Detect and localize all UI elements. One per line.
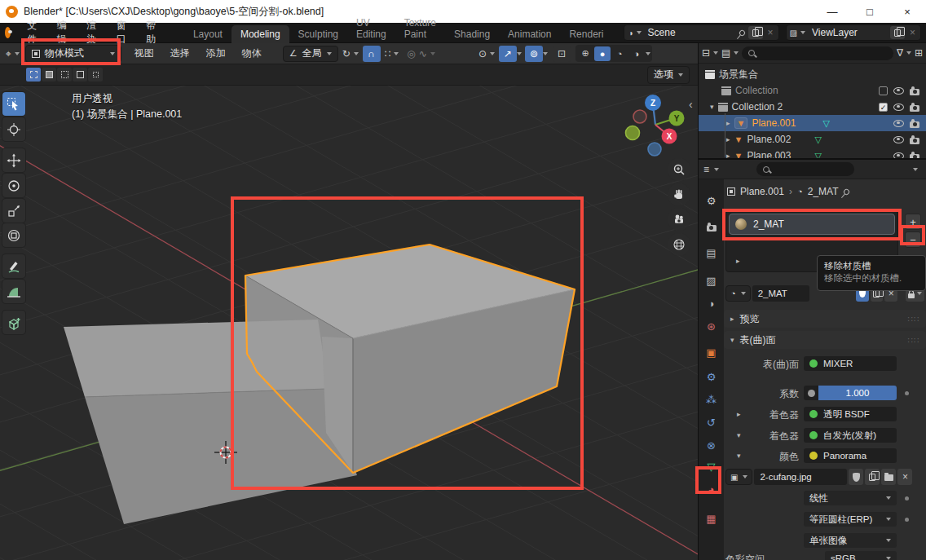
tab-texture-paint[interactable]: Texture Paint xyxy=(395,14,445,43)
scene-copy-button[interactable] xyxy=(748,26,763,39)
neg-x-ball[interactable] xyxy=(633,110,646,123)
shading-solid-button[interactable]: ● xyxy=(594,46,611,61)
tab-object-icon[interactable]: ▣ xyxy=(699,342,724,362)
surface-value-field[interactable]: MIXER xyxy=(804,356,897,371)
tab-rendering[interactable]: Renderi xyxy=(560,25,612,43)
row-scene-collection[interactable]: 场景集合 xyxy=(699,66,926,82)
browse-material-button[interactable]: ◔ xyxy=(725,285,751,302)
neg-y-ball[interactable] xyxy=(626,126,640,140)
tool-move[interactable] xyxy=(2,148,25,172)
camera-view-button[interactable] xyxy=(668,208,690,231)
viewlayer-unlink-icon[interactable]: × xyxy=(908,27,917,38)
navigation-gizmo[interactable]: Z Y X xyxy=(620,90,693,163)
eye-icon[interactable] xyxy=(893,136,904,143)
tab-animation[interactable]: Animation xyxy=(499,25,560,43)
unlink-image-button[interactable]: × xyxy=(897,469,912,485)
chevron-down-icon[interactable] xyxy=(517,52,522,55)
exclude-checkbox[interactable]: ✓ xyxy=(879,103,888,112)
pin-icon[interactable] xyxy=(842,187,850,196)
eye-icon[interactable] xyxy=(893,87,904,95)
shading-wireframe-button[interactable]: ⊕ xyxy=(577,46,593,61)
chevron-down-icon[interactable] xyxy=(543,52,548,55)
tool-add-cube[interactable] xyxy=(2,311,25,334)
shader1-field[interactable]: 透明 BSDF xyxy=(804,407,897,421)
new-collection-icon[interactable]: ⊞ xyxy=(915,47,923,59)
row-plane-001[interactable]: ▸ ▼ Plane.001 ▽ xyxy=(699,115,926,131)
viewlayer-copy-button[interactable] xyxy=(890,26,905,39)
tool-rotate[interactable] xyxy=(2,174,25,197)
shader2-field[interactable]: 自发光(发射) xyxy=(804,428,897,443)
expand-arrow-icon[interactable]: ▾ xyxy=(710,103,714,111)
tab-modifiers-icon[interactable]: ⚙ xyxy=(699,367,724,386)
eye-icon[interactable] xyxy=(893,104,904,111)
tab-viewlayer-icon[interactable]: ▨ xyxy=(699,271,724,290)
outliner-editor-icon[interactable]: ⊟ xyxy=(702,47,710,59)
select-lasso-button[interactable] xyxy=(73,68,87,82)
tab-layout[interactable]: Layout xyxy=(184,25,232,43)
color-field[interactable]: Panorama xyxy=(804,448,897,463)
tab-render-icon[interactable] xyxy=(699,217,724,236)
pin-icon[interactable] xyxy=(738,29,746,37)
tab-modeling[interactable]: Modeling xyxy=(232,25,289,43)
tab-uv-editing[interactable]: UV Editing xyxy=(347,14,395,43)
shading-rendered-button[interactable]: ◑ xyxy=(628,46,645,61)
minimize-button[interactable]: — xyxy=(814,0,851,23)
pan-button[interactable] xyxy=(668,183,690,206)
colorspace-dropdown[interactable]: sRGB xyxy=(825,551,897,560)
tool-scale[interactable] xyxy=(2,199,25,223)
chevron-down-icon[interactable] xyxy=(913,168,918,171)
tab-particles-icon[interactable]: ⁂ xyxy=(699,390,724,409)
tab-texture-icon[interactable]: ▦ xyxy=(699,509,724,528)
interpolation-dropdown[interactable]: 线性 xyxy=(804,491,897,505)
snap-target-dropdown[interactable]: ∷ xyxy=(381,46,403,62)
menu-object[interactable]: 物体 xyxy=(234,46,270,60)
row-collection[interactable]: Collection xyxy=(699,82,926,99)
chevron-down-icon[interactable] xyxy=(713,51,718,55)
xray-toggle[interactable]: ⊡ xyxy=(553,46,571,62)
options-dropdown[interactable]: 选项 xyxy=(647,66,690,84)
factor-slider[interactable]: 1.000 xyxy=(804,386,897,400)
row-plane-002[interactable]: ▸ ▼ Plane.002 ▽ xyxy=(699,131,926,148)
chevron-down-icon[interactable] xyxy=(906,51,911,55)
scene-name[interactable]: Scene xyxy=(645,27,736,38)
select-circle-button[interactable] xyxy=(57,68,72,82)
row-collection2[interactable]: ▾ Collection 2 ✓ xyxy=(699,99,926,115)
tab-constraints-icon[interactable]: ⊗ xyxy=(699,435,724,455)
panel-preview[interactable]: ▸ 预览 ∷∷ xyxy=(724,310,926,328)
proportional-edit-group[interactable]: ◎ ∿ xyxy=(403,46,439,62)
viewlayer-icon[interactable]: ▨ xyxy=(790,29,797,37)
select-mode-extra-button[interactable] xyxy=(88,68,103,82)
camera-visibility-icon[interactable] xyxy=(910,105,919,112)
scene-unlink-icon[interactable]: × xyxy=(766,27,775,38)
breadcrumb-material[interactable]: 2_MAT xyxy=(808,186,839,197)
transform-orientation-dropdown[interactable]: ∠ 全局 xyxy=(283,46,338,62)
tab-tool-icon[interactable]: ⚙ xyxy=(699,191,724,210)
tab-output-icon[interactable]: ▤ xyxy=(699,243,724,262)
animate-dot-icon[interactable] xyxy=(905,391,909,395)
maximize-button[interactable]: □ xyxy=(851,0,889,23)
viewlayer-name[interactable]: ViewLayer xyxy=(809,27,887,38)
outliner-search-input[interactable] xyxy=(742,46,893,60)
camera-visibility-icon[interactable] xyxy=(910,121,919,128)
chevron-down-icon[interactable] xyxy=(646,52,650,55)
tool-select-box[interactable] xyxy=(2,92,25,116)
tab-scene-icon[interactable]: ◑ xyxy=(699,293,724,313)
display-mode-icon[interactable]: ▤ xyxy=(721,47,730,59)
tab-shading[interactable]: Shading xyxy=(445,25,499,43)
shading-material-button[interactable]: ◔ xyxy=(611,46,628,61)
menu-help[interactable]: 帮助 xyxy=(136,23,166,43)
tab-sculpting[interactable]: Sculpting xyxy=(289,25,347,43)
filter-icon[interactable]: ∇ xyxy=(897,47,903,59)
pivot-point-dropdown[interactable]: ↻ xyxy=(338,46,363,62)
blender-menu-icon[interactable] xyxy=(5,27,11,38)
exclude-checkbox[interactable] xyxy=(879,86,888,95)
material-name-field[interactable]: 2_MAT xyxy=(752,285,809,302)
animate-dot-icon[interactable] xyxy=(905,518,909,522)
chevron-down-icon[interactable] xyxy=(734,51,739,55)
menu-select[interactable]: 选择 xyxy=(162,46,198,60)
tool-measure[interactable] xyxy=(2,280,25,303)
image-fake-user-button[interactable] xyxy=(849,469,863,485)
image-name-field[interactable]: 2-cufang.jpg xyxy=(754,469,847,485)
projection-dropdown[interactable]: 等距圆柱(ERP) xyxy=(804,512,897,527)
zoom-button[interactable] xyxy=(668,158,690,181)
